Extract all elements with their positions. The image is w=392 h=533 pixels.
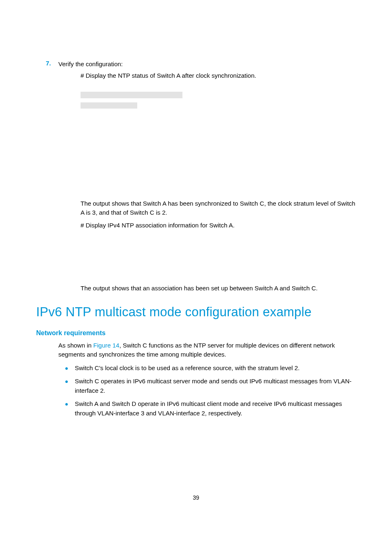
- list-item-text: Switch C operates in IPv6 multicast serv…: [75, 377, 356, 395]
- list-item: ● Switch C's local clock is to be used a…: [58, 364, 356, 373]
- step-item: 7. Verify the configuration:: [36, 60, 356, 69]
- intro-prefix: As shown in: [58, 342, 93, 349]
- paragraph: The output shows that an association has…: [81, 284, 356, 293]
- list-item: ● Switch C operates in IPv6 multicast se…: [58, 377, 356, 395]
- bullet-icon: ●: [58, 364, 75, 373]
- figure-reference-link[interactable]: Figure 14: [93, 342, 119, 349]
- page-number: 39: [0, 494, 392, 501]
- list-item-text: Switch A and Switch D operate in IPv6 mu…: [75, 399, 356, 418]
- comment-line: # Display the NTP status of Switch A aft…: [81, 71, 356, 80]
- bullet-list: ● Switch C's local clock is to be used a…: [58, 364, 356, 418]
- paragraph: The output shows that Switch A has been …: [81, 199, 356, 218]
- bullet-icon: ●: [58, 399, 75, 418]
- bullet-icon: ●: [58, 377, 75, 395]
- step-number: 7.: [36, 60, 58, 69]
- list-item-text: Switch C's local clock is to be used as …: [75, 364, 356, 373]
- redacted-block: [81, 92, 182, 98]
- intro-paragraph: As shown in Figure 14, Switch C function…: [58, 341, 356, 359]
- step-text: Verify the configuration:: [58, 60, 123, 69]
- subsection-heading: Network requirements: [36, 329, 356, 337]
- list-item: ● Switch A and Switch D operate in IPv6 …: [58, 399, 356, 418]
- redacted-block: [81, 102, 137, 109]
- comment-line: # Display IPv4 NTP association informati…: [81, 221, 356, 230]
- section-heading: IPv6 NTP multicast mode configuration ex…: [36, 305, 356, 320]
